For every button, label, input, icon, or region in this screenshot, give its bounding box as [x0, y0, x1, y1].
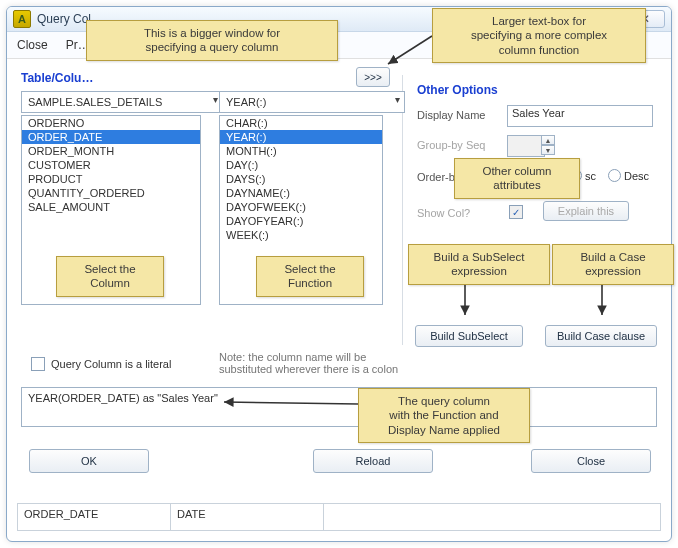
function-select-value: YEAR(:) [226, 96, 266, 108]
annotation-other-attributes: Other column attributes [454, 158, 580, 199]
arrow-icon [382, 30, 434, 70]
literal-label: Query Column is a literal [51, 358, 171, 370]
show-col-checkbox: ✓ [509, 205, 523, 219]
reload-label: Reload [356, 455, 391, 467]
list-item[interactable]: ORDER_DATE [22, 130, 200, 144]
list-item[interactable]: CUSTOMER [22, 158, 200, 172]
result-expression-value: YEAR(ORDER_DATE) as "Sales Year" [28, 392, 218, 404]
list-item[interactable]: DAYNAME(:) [220, 186, 382, 200]
list-item[interactable]: ORDERNO [22, 116, 200, 130]
list-item[interactable]: CHAR(:) [220, 116, 382, 130]
list-item[interactable]: ORDER_MONTH [22, 144, 200, 158]
annotation-expand: Larger text-box for specifying a more co… [432, 8, 646, 63]
list-item[interactable]: SALE_AMOUNT [22, 200, 200, 214]
substitution-note: Note: the column name will be substitute… [219, 351, 398, 375]
list-item[interactable]: DAY(:) [220, 158, 382, 172]
build-subselect-label: Build SubSelect [430, 330, 508, 342]
build-subselect-button[interactable]: Build SubSelect [415, 325, 523, 347]
ok-button[interactable]: OK [29, 449, 149, 473]
divider [402, 75, 403, 345]
table-select-value: SAMPLE.SALES_DETAILS [28, 96, 162, 108]
ok-label: OK [81, 455, 97, 467]
display-name-label: Display Name [417, 109, 485, 121]
expand-function-editor-button[interactable]: >>> [356, 67, 390, 87]
groupby-seq-input [507, 135, 545, 157]
chevron-down-icon: ▼ [541, 145, 555, 155]
chevron-up-icon: ▲ [541, 135, 555, 145]
build-case-button[interactable]: Build Case clause [545, 325, 657, 347]
list-item[interactable]: MONTH(:) [220, 144, 382, 158]
reload-button[interactable]: Reload [313, 449, 433, 473]
literal-row: Query Column is a literal [31, 357, 171, 371]
other-options-label: Other Options [417, 83, 498, 97]
status-col-type: DATE [171, 504, 324, 530]
status-col-empty [324, 504, 660, 530]
build-case-label: Build Case clause [557, 330, 645, 342]
annotation-select-function: Select the Function [256, 256, 364, 297]
radio-icon [608, 169, 621, 182]
groupby-seq-label: Group-by Seq [417, 139, 485, 151]
explain-this-label: Explain this [558, 205, 614, 217]
list-item[interactable]: YEAR(:) [220, 130, 382, 144]
table-column-label: Table/Colu… [21, 71, 93, 85]
arrow-icon [592, 283, 612, 321]
annotation-select-column: Select the Column [56, 256, 164, 297]
list-item[interactable]: QUANTITY_ORDERED [22, 186, 200, 200]
check-icon: ✓ [512, 207, 520, 218]
annotation-subselect: Build a SubSelect expression [408, 244, 550, 285]
table-select[interactable]: SAMPLE.SALES_DETAILS [21, 91, 223, 113]
display-name-input[interactable]: Sales Year [507, 105, 653, 127]
status-col-name: ORDER_DATE [18, 504, 171, 530]
annotation-result: The query column with the Function and D… [358, 388, 530, 443]
orderby-asc-label: sc [585, 170, 596, 182]
app-icon: A [13, 10, 31, 28]
annotation-case: Build a Case expression [552, 244, 674, 285]
orderby-desc-radio[interactable]: Desc [608, 169, 649, 182]
arrow-icon [455, 283, 475, 321]
display-name-value: Sales Year [512, 107, 565, 119]
content-area: Table/Colu… >>> Other Options SAMPLE.SAL… [7, 55, 671, 541]
menu-close[interactable]: Close [17, 38, 48, 52]
groupby-spinner: ▲ ▼ [541, 135, 555, 155]
list-item[interactable]: WEEK(:) [220, 228, 382, 242]
arrow-icon [220, 394, 360, 414]
close-label: Close [577, 455, 605, 467]
list-item[interactable]: DAYS(:) [220, 172, 382, 186]
orderby-radios: sc Desc [569, 169, 649, 182]
list-item[interactable]: DAYOFYEAR(:) [220, 214, 382, 228]
function-select[interactable]: YEAR(:) [219, 91, 405, 113]
list-item[interactable]: DAYOFWEEK(:) [220, 200, 382, 214]
close-button[interactable]: Close [531, 449, 651, 473]
explain-this-button[interactable]: Explain this [543, 201, 629, 221]
list-item[interactable]: PRODUCT [22, 172, 200, 186]
svg-line-3 [224, 402, 358, 404]
annotation-main: This is a bigger window for specifying a… [86, 20, 338, 61]
status-table: ORDER_DATE DATE [17, 503, 661, 531]
svg-line-0 [388, 36, 432, 64]
expand-icon: >>> [364, 72, 382, 83]
orderby-desc-label: Desc [624, 170, 649, 182]
literal-checkbox[interactable] [31, 357, 45, 371]
show-col-label: Show Col? [417, 207, 470, 219]
